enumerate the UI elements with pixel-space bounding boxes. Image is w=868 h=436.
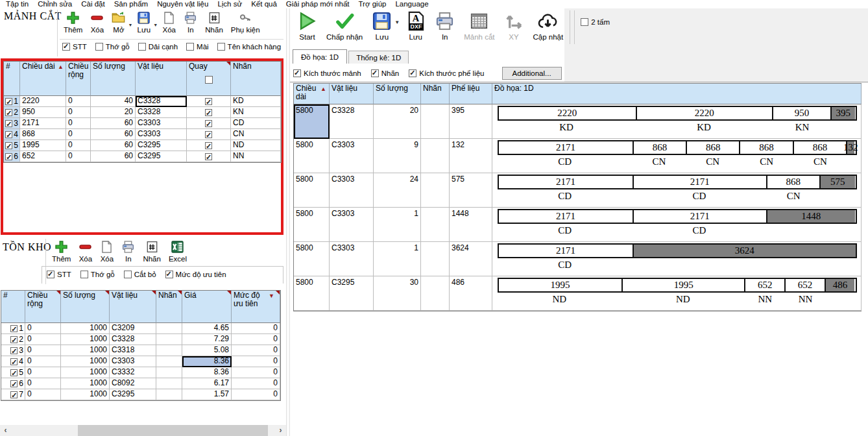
waste-cell[interactable]: 395 <box>450 104 492 139</box>
toolbar-button[interactable]: In <box>180 9 201 34</box>
row-checkbox[interactable] <box>5 131 12 138</box>
toolbar-button[interactable]: Excel <box>165 238 191 263</box>
option-checkbox[interactable]: STT <box>62 43 87 51</box>
material-cell[interactable]: C3209 <box>110 323 156 334</box>
toolbar-button[interactable]: Xóa <box>75 238 96 263</box>
checkbox-icon[interactable] <box>186 43 194 51</box>
qty-cell[interactable]: 60 <box>91 129 136 140</box>
qty-cell[interactable]: 1000 <box>61 367 110 378</box>
col-header-material[interactable]: Vật liệu <box>110 291 156 323</box>
row-checkbox[interactable] <box>5 153 12 160</box>
toolbar-button[interactable]: Thêm <box>48 238 75 263</box>
qty-cell[interactable]: 1 <box>374 242 421 276</box>
length-cell[interactable]: 950 <box>20 107 66 118</box>
label-cell[interactable] <box>156 356 182 367</box>
rotate-cell[interactable] <box>187 96 231 107</box>
price-cell[interactable]: 7.29 <box>182 334 232 345</box>
stock-length-cell[interactable]: 5800 <box>294 104 330 139</box>
waste-cell[interactable]: 3624 <box>450 242 492 276</box>
material-cell[interactable]: C3295 <box>330 276 374 311</box>
option-checkbox[interactable]: Nhãn <box>371 69 400 77</box>
toolbar-button[interactable]: In <box>430 9 459 42</box>
label-cell[interactable] <box>156 367 182 378</box>
qty-cell[interactable]: 24 <box>374 173 421 208</box>
row-number-cell[interactable]: 3 <box>4 118 20 129</box>
label-cell[interactable]: CD <box>231 118 281 129</box>
priority-cell[interactable]: 0 <box>232 323 280 334</box>
row-number-cell[interactable]: 4 <box>4 129 20 140</box>
row-number-cell[interactable]: 2 <box>1 334 25 345</box>
col-header-rotate[interactable]: Quay <box>187 62 231 96</box>
col-header-material[interactable]: Vật liệu <box>136 62 187 96</box>
row-checkbox[interactable] <box>5 142 12 149</box>
material-cell[interactable]: C3328 <box>330 104 374 139</box>
width-cell[interactable]: 0 <box>66 118 91 129</box>
option-checkbox[interactable]: Kích thước mảnh <box>293 69 361 77</box>
option-checkbox[interactable]: Dải cạnh <box>138 43 178 51</box>
toolbar-button[interactable]: Phụ kiện <box>227 9 264 34</box>
col-header-num[interactable]: # <box>1 291 25 323</box>
priority-cell[interactable]: 0 <box>232 378 280 389</box>
menu-item[interactable]: Lịch sử <box>213 0 247 8</box>
price-cell[interactable]: 1.57 <box>182 389 232 400</box>
additional-button[interactable]: Additional... <box>502 67 562 80</box>
price-cell[interactable]: 8.36 <box>182 356 232 367</box>
cutting-diagram[interactable]: 21713624CD <box>492 242 862 276</box>
col-header-width[interactable]: Chiều rộng <box>66 62 91 96</box>
width-cell[interactable]: 0 <box>66 96 91 107</box>
label-cell[interactable] <box>421 139 450 173</box>
stock-length-cell[interactable]: 5800 <box>294 276 330 311</box>
qty-cell[interactable]: 20 <box>91 107 136 118</box>
material-cell[interactable]: C8092 <box>110 378 156 389</box>
panel-splitter[interactable] <box>286 8 290 436</box>
toolbar-button[interactable]: Xóa <box>86 9 108 34</box>
row-number-cell[interactable]: 4 <box>1 356 25 367</box>
row-checkbox[interactable] <box>10 369 18 376</box>
row-number-cell[interactable]: 2 <box>4 107 20 118</box>
menu-item[interactable]: Nguyên vật liệu <box>152 0 213 8</box>
qty-cell[interactable]: 9 <box>374 139 421 173</box>
toolbar-button[interactable]: In <box>117 238 139 263</box>
menu-item[interactable]: Chỉnh sửa <box>33 0 77 8</box>
width-cell[interactable]: 0 <box>66 140 91 151</box>
toolbar-button[interactable]: XY <box>500 9 529 42</box>
col-header-label[interactable]: Nhãn <box>421 84 450 104</box>
row-number-cell[interactable]: 7 <box>1 389 25 400</box>
stock-length-cell[interactable]: 5800 <box>294 242 330 276</box>
qty-cell[interactable]: 40 <box>91 96 136 107</box>
checkbox-icon[interactable] <box>409 69 416 77</box>
row-checkbox[interactable] <box>5 109 12 116</box>
row-checkbox[interactable] <box>10 391 18 398</box>
rotate-cell[interactable] <box>187 129 231 140</box>
toolbar-button[interactable]: Chấp nhận <box>322 9 367 42</box>
col-header-price[interactable]: Giá <box>182 291 232 323</box>
col-header-num[interactable]: # <box>4 62 20 96</box>
toolbar-button[interactable]: Mảnh cắt <box>459 9 499 42</box>
priority-cell[interactable]: 0 <box>232 389 280 400</box>
menu-item[interactable]: Sản phẩm <box>110 0 152 8</box>
rotate-cell[interactable] <box>187 151 231 162</box>
material-cell[interactable]: C3303 <box>136 129 187 140</box>
option-checkbox[interactable]: Mài <box>186 43 209 51</box>
qty-cell[interactable]: 60 <box>91 140 136 151</box>
row-number-cell[interactable]: 6 <box>1 378 25 389</box>
row-number-cell[interactable]: 1 <box>4 96 20 107</box>
col-header-priority[interactable]: Mức độ ưu tiên▼ <box>232 291 280 323</box>
checkbox-icon[interactable] <box>371 69 379 77</box>
cutting-diagram[interactable]: 2171868868868868132CDCNCNCNCN <box>492 139 862 173</box>
checkbox-icon[interactable] <box>293 69 301 77</box>
col-header-qty[interactable]: Số lượng <box>374 84 421 104</box>
rotate-checkbox[interactable] <box>205 142 212 149</box>
checkbox-icon[interactable] <box>47 271 54 278</box>
qty-cell[interactable]: 1000 <box>61 323 110 334</box>
checkbox-icon[interactable] <box>581 18 588 26</box>
menu-item[interactable]: Language <box>391 0 433 8</box>
label-cell[interactable]: CN <box>231 129 281 140</box>
rotate-cell[interactable] <box>187 107 231 118</box>
row-checkbox[interactable] <box>5 120 12 127</box>
col-header-length[interactable]: Chiều dài▲ <box>20 62 66 96</box>
rotate-cell[interactable] <box>187 140 231 151</box>
width-cell[interactable]: 0 <box>25 367 61 378</box>
checkbox-icon[interactable] <box>80 271 88 278</box>
length-cell[interactable]: 868 <box>20 129 66 140</box>
